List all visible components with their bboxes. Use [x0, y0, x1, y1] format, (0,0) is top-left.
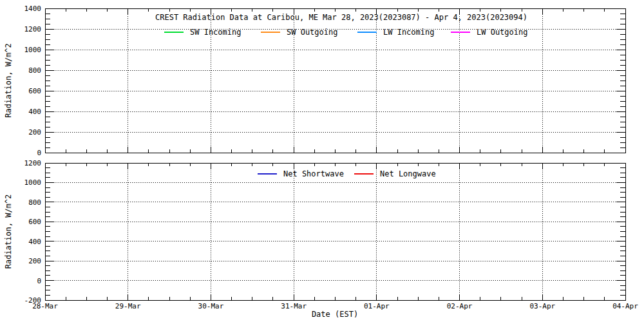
- y-tick-label: 800: [28, 198, 41, 207]
- chart-canvas: 0200400600800100012001400Radiation, W/m^…: [0, 0, 644, 322]
- y-tick-label: 400: [28, 238, 41, 246]
- legend-label: Net Longwave: [380, 169, 436, 178]
- y-tick-label: 200: [28, 257, 41, 265]
- x-axis-title: Date (EST): [312, 310, 358, 319]
- y-tick-label: 200: [28, 128, 41, 137]
- x-tick-label: 28-Mar: [32, 302, 58, 310]
- gridlines: [45, 163, 625, 300]
- legend-label: LW Incoming: [383, 28, 434, 37]
- x-tick-label: 04-Apr: [612, 302, 638, 310]
- y-tick-label: 400: [28, 108, 41, 116]
- legend: SW IncomingSW OutgoingLW IncomingLW Outg…: [164, 28, 527, 37]
- y-tick-label: 600: [28, 87, 41, 95]
- y-tick-label: 0: [37, 277, 41, 285]
- panel-top: 0200400600800100012001400Radiation, W/m^…: [4, 5, 625, 157]
- y-tick-label: 1200: [24, 25, 42, 33]
- y-tick-label: 1200: [24, 159, 42, 167]
- y-tick-label: 1000: [24, 178, 42, 187]
- x-tick-label: 31-Mar: [281, 302, 307, 310]
- legend: Net ShortwaveNet Longwave: [258, 169, 436, 178]
- y-tick-label: 1400: [24, 5, 42, 13]
- panel-bottom: -200020040060080010001200Radiation, W/m^…: [4, 159, 638, 319]
- y-tick-label: 0: [37, 149, 41, 157]
- panel-border: [45, 163, 625, 300]
- y-axis-title: Radiation, W/m^2: [4, 194, 13, 269]
- x-tick-label: 29-Mar: [115, 302, 141, 310]
- legend-label: SW Outgoing: [287, 28, 337, 37]
- x-tick-label: 02-Apr: [447, 302, 473, 310]
- legend-label: LW Outgoing: [477, 28, 527, 37]
- y-tick-label: 800: [28, 66, 41, 75]
- y-tick-label: 600: [28, 218, 41, 226]
- x-tick-label: 01-Apr: [364, 302, 390, 310]
- legend-label: SW Incoming: [190, 28, 241, 37]
- legend-label: Net Shortwave: [283, 169, 344, 178]
- chart-title: CREST Radiation Data at Caribou, ME Mar …: [155, 13, 527, 22]
- radiation-chart-figure: 0200400600800100012001400Radiation, W/m^…: [0, 0, 644, 322]
- y-axis-title: Radiation, W/m^2: [4, 43, 13, 118]
- x-tick-label: 30-Mar: [198, 302, 224, 310]
- axis-ticks: [45, 163, 625, 300]
- y-tick-label: 1000: [24, 46, 42, 54]
- x-tick-label: 03-Apr: [529, 302, 555, 310]
